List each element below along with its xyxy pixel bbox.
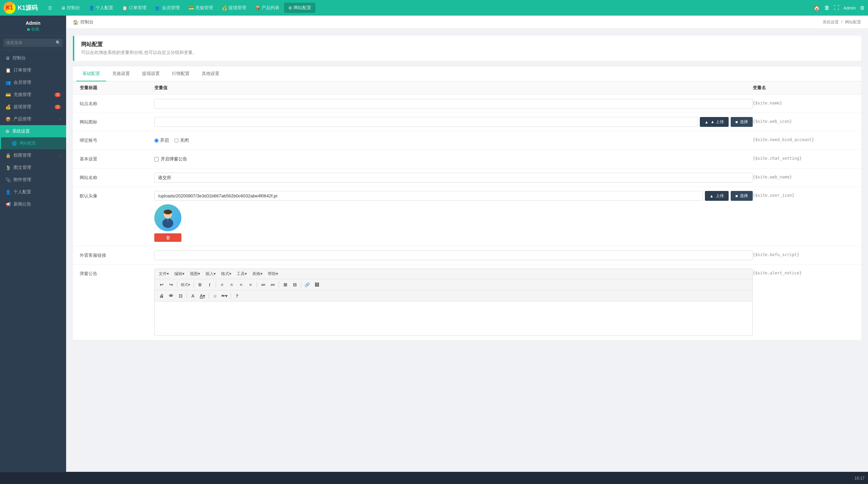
sidebar-item-orders[interactable]: 📋 订单管理	[0, 64, 66, 76]
admin-name-label: Admin	[843, 5, 856, 11]
trash-btn[interactable]: 🗑	[824, 5, 830, 11]
tab-basic[interactable]: 基础配置	[76, 66, 106, 81]
label-web-icon: 网站图标	[80, 117, 154, 125]
sidebar-item-articles[interactable]: 🍃 图文管理	[0, 161, 66, 174]
home-btn[interactable]: 🏠	[813, 5, 820, 11]
logo-icon: K1	[3, 2, 16, 14]
align-left-button[interactable]: ≡	[218, 280, 226, 289]
ol-button[interactable]: ≔	[269, 280, 277, 289]
sidebar-item-products[interactable]: 📦 产品管理 ›	[0, 113, 66, 125]
input-user-icon[interactable]	[154, 191, 703, 201]
format-dropdown[interactable]: 格式▾	[179, 280, 192, 289]
menu-format[interactable]: 格式▾	[220, 270, 233, 277]
italic-button[interactable]: I	[205, 280, 214, 289]
menu-view[interactable]: 视图▾	[189, 270, 201, 277]
menu-tools[interactable]: 工具▾	[235, 270, 248, 277]
font-color-button[interactable]: A	[189, 292, 197, 300]
align-center-button[interactable]: ≡	[228, 280, 236, 289]
redo-button[interactable]: ↪	[167, 280, 175, 289]
nav-orders[interactable]: 📋 订单管理	[118, 3, 151, 13]
tab-market[interactable]: 行情配置	[166, 66, 196, 81]
top-nav-right: 🏠 🗑 ⛶ Admin ⚙	[813, 5, 865, 11]
menu-table[interactable]: 表格▾	[251, 270, 264, 277]
nav-personal[interactable]: 👤 个人配置	[85, 3, 117, 13]
value-bind-account: 开启 关闭	[154, 135, 753, 146]
table-row: 基本设置 开启弹窗公告 {$site.chat_setting}	[73, 150, 861, 169]
image-button[interactable]: 🖼	[313, 280, 321, 289]
sidebar-item-attachments[interactable]: 📎 附件管理	[0, 174, 66, 186]
withdraw-badge: 0	[55, 105, 61, 109]
search-input[interactable]	[3, 39, 63, 47]
nav-menu-toggle[interactable]: ☰	[44, 3, 56, 13]
nav-members[interactable]: 👥 会员管理	[151, 3, 184, 13]
breadcrumb-left: 🏠 控制台	[73, 19, 94, 25]
align-justify-button[interactable]: ≡	[246, 280, 255, 289]
input-web-name[interactable]	[154, 173, 753, 182]
fullscreen-btn[interactable]: ⛶	[834, 5, 839, 11]
radio-open[interactable]: 开启	[154, 137, 169, 143]
sidebar-item-site-config[interactable]: 🌐 网站配置	[0, 137, 66, 149]
sidebar-item-recharge[interactable]: 💳 充值管理 0	[0, 89, 66, 101]
upload-avatar-button[interactable]: ▲ 上传	[705, 191, 729, 201]
radio-close-input[interactable]	[174, 138, 179, 143]
fullscreen-editor-button[interactable]: ⊡	[176, 292, 184, 300]
emoji-button[interactable]: ☺	[211, 292, 219, 300]
nav-dashboard[interactable]: 🖥 控制台	[57, 3, 84, 13]
varname-alert-notice: {$site.alert_notice}	[753, 269, 854, 275]
upload-icon-button[interactable]: ▲ ▲ 上传	[700, 117, 729, 127]
sidebar-item-profile[interactable]: 👤 个人配置	[0, 186, 66, 198]
select-icon-button[interactable]: ■ 选择	[731, 117, 753, 127]
delete-avatar-button[interactable]: 🗑	[154, 233, 181, 242]
table-row: 站点名称 {$site.name}	[73, 95, 861, 113]
chevron-down-icon: ∨	[33, 130, 35, 133]
menu-file[interactable]: 文件▾	[157, 270, 170, 277]
toolbar-sep-6	[301, 282, 301, 288]
breadcrumb-system-link[interactable]: 系统设置	[823, 20, 840, 24]
input-kefu[interactable]	[154, 250, 753, 260]
draw-button[interactable]: ✏▾	[220, 292, 229, 300]
help-editor-button[interactable]: ?	[233, 292, 241, 300]
checkbox-popup-notice[interactable]: 开启弹窗公告	[154, 154, 753, 164]
toolbar-sep-9	[231, 293, 231, 299]
sidebar-item-system[interactable]: ⚙ 系统设置 ∨	[0, 125, 66, 137]
search-icon[interactable]: 🔍	[56, 40, 61, 45]
menu-insert[interactable]: 插入▾	[204, 270, 217, 277]
input-site-name[interactable]	[154, 99, 753, 109]
tab-recharge[interactable]: 充值设置	[106, 66, 136, 81]
select-avatar-button[interactable]: ■ 选择	[731, 191, 753, 201]
highlight-color-button[interactable]: A̲▾	[198, 292, 206, 300]
tab-withdraw[interactable]: 提现设置	[136, 66, 166, 81]
nav-site-config[interactable]: ⚙ 网站配置	[284, 3, 315, 13]
sidebar-item-members[interactable]: 👥 会员管理	[0, 76, 66, 89]
indent-button[interactable]: ⊞	[281, 280, 289, 289]
radio-open-input[interactable]	[154, 138, 159, 143]
radio-close[interactable]: 关闭	[174, 137, 189, 143]
bold-button[interactable]: B	[196, 280, 204, 289]
settings-btn[interactable]: ⚙	[860, 5, 865, 11]
nav-products[interactable]: 📦 产品列表	[251, 3, 283, 13]
align-right-button[interactable]: ≡	[237, 280, 245, 289]
nav-withdraw[interactable]: 💰 提现管理	[218, 3, 250, 13]
chevron-permissions-icon: ›	[60, 154, 61, 157]
sidebar-item-permissions[interactable]: 🔒 权限管理 ›	[0, 149, 66, 161]
nav-recharge[interactable]: 💳 充值管理	[184, 3, 217, 13]
checkbox-popup-input[interactable]	[154, 157, 159, 161]
preview-button[interactable]: 👁	[167, 292, 175, 300]
toolbar-sep-5	[279, 282, 279, 288]
sidebar-item-news[interactable]: 📢 新闻公告	[0, 198, 66, 210]
undo-button[interactable]: ↩	[157, 280, 165, 289]
upload-icon-arrow: ▲	[705, 120, 709, 124]
sidebar-item-withdraw[interactable]: 💰 提现管理 0	[0, 101, 66, 113]
link-button[interactable]: 🔗	[303, 280, 311, 289]
print-button[interactable]: 🖨	[157, 292, 165, 300]
ul-button[interactable]: ≔	[259, 280, 267, 289]
rich-editor-content[interactable]	[155, 302, 752, 335]
menu-edit[interactable]: 编辑▾	[173, 270, 186, 277]
outdent-button[interactable]: ⊟	[291, 280, 299, 289]
breadcrumb-config-link[interactable]: 网站配置	[845, 20, 861, 24]
sidebar-item-dashboard[interactable]: 🖥 控制台	[0, 52, 66, 64]
tab-other[interactable]: 其他设置	[196, 66, 225, 81]
menu-help[interactable]: 帮助▾	[267, 270, 279, 277]
withdraw-icon: 💰	[5, 104, 11, 110]
input-web-icon[interactable]	[154, 117, 698, 127]
